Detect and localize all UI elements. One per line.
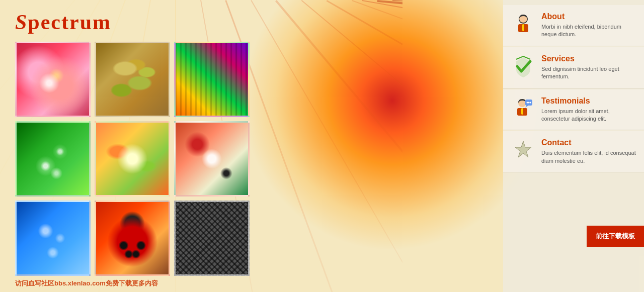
site-title: Spectrum xyxy=(15,10,493,34)
contact-title: Contact xyxy=(541,138,636,147)
sidebar-item-testimonials[interactable]: Testimonials Lorem ipsum dolor sit amet,… xyxy=(503,89,644,131)
photo-grid xyxy=(15,42,493,276)
about-icon xyxy=(511,12,535,36)
svg-point-10 xyxy=(528,102,530,103)
svg-rect-6 xyxy=(521,108,523,115)
photo-beans[interactable] xyxy=(95,42,170,117)
sidebar: About Morbi in nibh eleifend, bibendum n… xyxy=(503,0,644,292)
svg-marker-8 xyxy=(525,106,528,108)
sidebar-item-services[interactable]: Services Sed dignissim tincidunt leo ege… xyxy=(503,47,644,88)
services-desc: Sed dignissim tincidunt leo eget ferment… xyxy=(541,65,636,81)
testimonials-desc: Lorem ipsum dolor sit amet, consectetur … xyxy=(541,108,636,123)
photo-ladybug[interactable] xyxy=(95,201,170,276)
about-desc: Morbi in nibh eleifend, bibendum neque d… xyxy=(541,23,636,39)
testimonials-title: Testimonials xyxy=(541,96,636,106)
photo-veggies[interactable] xyxy=(95,121,170,197)
contact-desc: Duis elementum felis elit, id consequat … xyxy=(541,149,636,165)
photo-mesh[interactable] xyxy=(174,201,250,276)
testimonials-text: Testimonials Lorem ipsum dolor sit amet,… xyxy=(541,96,636,123)
about-text: About Morbi in nibh eleifend, bibendum n… xyxy=(541,12,636,39)
photo-water[interactable] xyxy=(15,201,91,276)
svg-point-9 xyxy=(527,102,528,103)
photo-salad[interactable] xyxy=(174,121,250,197)
testimonials-icon xyxy=(511,96,535,121)
services-title: Services xyxy=(541,54,636,63)
gallery-section: Spectrum xyxy=(0,0,503,292)
about-title: About xyxy=(541,12,636,21)
contact-icon xyxy=(511,138,535,162)
services-icon xyxy=(511,54,535,78)
sidebar-item-contact[interactable]: Contact Duis elementum felis elit, id co… xyxy=(503,131,644,172)
watermark: 访问血写社区bbs.xlenlao.com免费下载更多内容 xyxy=(15,279,158,288)
title-first-letter: S xyxy=(15,11,28,34)
title-rest: pectrum xyxy=(28,11,111,34)
sidebar-item-about[interactable]: About Morbi in nibh eleifend, bibendum n… xyxy=(503,5,644,46)
svg-marker-12 xyxy=(515,141,531,157)
page-content: Spectrum xyxy=(0,0,644,292)
services-text: Services Sed dignissim tincidunt leo ege… xyxy=(541,54,636,81)
photo-colorful[interactable] xyxy=(174,42,250,117)
svg-rect-3 xyxy=(522,24,524,31)
photo-green-leaf[interactable] xyxy=(15,121,91,197)
contact-text: Contact Duis elementum felis elit, id co… xyxy=(541,138,636,165)
svg-point-11 xyxy=(530,102,531,103)
download-button[interactable]: 前往下载模板 xyxy=(587,226,644,247)
photo-flowers[interactable] xyxy=(15,42,91,117)
